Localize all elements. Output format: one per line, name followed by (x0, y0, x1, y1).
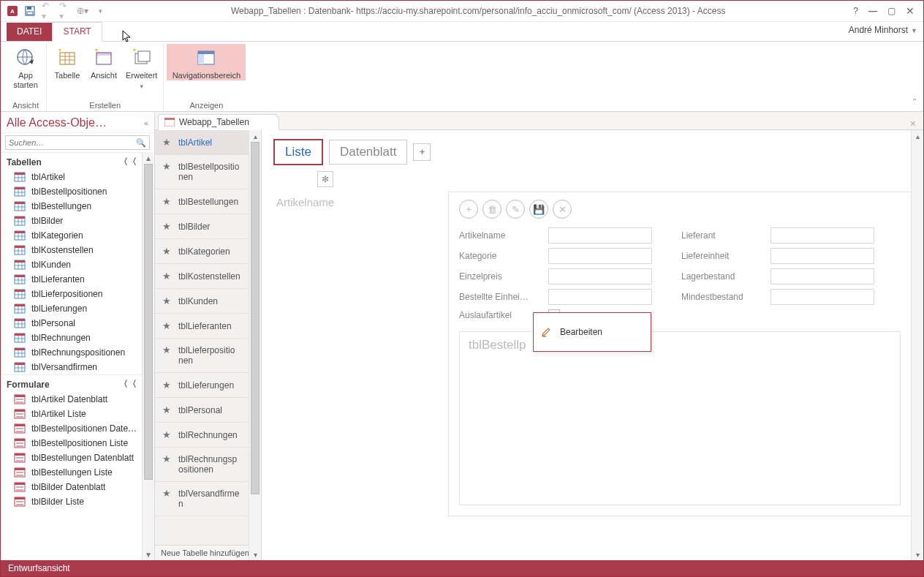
field-input[interactable] (770, 248, 874, 264)
app-starten-button[interactable]: App starten (8, 44, 43, 90)
scroll-up-icon[interactable]: ▲ (143, 152, 154, 164)
field-input[interactable] (548, 289, 652, 305)
field-input[interactable] (770, 289, 874, 305)
search-icon[interactable]: 🔍 (133, 138, 149, 148)
nav-table-item[interactable]: tblArtikel (1, 170, 143, 184)
nav-form-item[interactable]: tblBestellpositionen Liste (1, 436, 143, 450)
table-selector-item[interactable]: ★tblLieferungen (155, 373, 249, 398)
scroll-up-icon[interactable]: ▴ (249, 130, 261, 142)
editor-scrollbar[interactable]: ▴ ▾ (911, 130, 923, 560)
field-input[interactable] (770, 268, 874, 284)
ribbon-collapse-icon[interactable]: ˆ (913, 98, 916, 108)
nav-table-item[interactable]: tblKunden (1, 257, 143, 272)
tabelle-button[interactable]: Tabelle (50, 44, 85, 80)
collapse-group-icon[interactable]: 〈〈 (119, 378, 137, 391)
scroll-thumb[interactable] (144, 164, 153, 480)
view-settings-button[interactable]: ✻ (317, 171, 333, 187)
globe-refresh-icon[interactable]: ▾ (77, 5, 88, 17)
table-selector-item[interactable]: ★tblBilder (155, 214, 249, 239)
scroll-down-icon[interactable]: ▾ (912, 548, 923, 560)
table-selector-item[interactable]: ★tblPersonal (155, 398, 249, 423)
nav-form-item[interactable]: tblBilder Datenblatt (1, 480, 143, 494)
context-bearbeiten[interactable]: Bearbeiten (541, 326, 643, 338)
start-tab[interactable]: START (52, 22, 102, 42)
record-edit-button[interactable]: ✎ (506, 200, 525, 219)
navigationsbereich-button[interactable]: Navigationsbereich (167, 44, 246, 80)
table-selector-item[interactable]: ★tblBestellpositionen (155, 155, 249, 189)
collapse-group-icon[interactable]: 〈〈 (119, 156, 137, 168)
nav-form-item[interactable]: tblBilder Liste (1, 494, 143, 509)
table-selector-item[interactable]: ★tblKostenstellen (155, 264, 249, 289)
user-name[interactable]: André Minhorst▼ (849, 25, 917, 35)
record-cancel-button[interactable]: ✕ (553, 200, 572, 219)
table-selector-item[interactable]: ★tblLieferanten (155, 314, 249, 339)
help-icon[interactable]: ? (853, 6, 858, 16)
window-title: Webapp_Tabellen : Datenbank- https://acc… (112, 6, 844, 16)
table-selector-item[interactable]: ★tblRechnungen (155, 423, 249, 448)
nav-title[interactable]: Alle Access-Obje…« (1, 112, 154, 133)
ansicht-button[interactable]: Ansicht (86, 44, 121, 80)
qat-customize-icon[interactable]: ▾ (94, 5, 106, 17)
nav-table-item[interactable]: tblLieferanten (1, 272, 143, 287)
save-icon[interactable] (24, 5, 36, 17)
nav-table-item[interactable]: tblKategorien (1, 228, 143, 243)
field-input[interactable] (548, 268, 652, 284)
nav-scrollbar[interactable]: ▲ ▼ (142, 152, 154, 560)
field-input[interactable] (770, 227, 874, 244)
maximize-icon[interactable]: ▢ (887, 6, 895, 16)
field-input[interactable] (548, 248, 652, 264)
undo-icon[interactable]: ↶ ▾ (42, 5, 53, 17)
nav-table-item[interactable]: tblLieferungen (1, 301, 143, 316)
nav-table-item[interactable]: tblBestellungen (1, 199, 143, 214)
field-input[interactable] (548, 227, 652, 244)
record-add-button[interactable]: ＋ (459, 200, 478, 219)
record-save-button[interactable]: 💾 (529, 200, 548, 219)
tlist-scrollbar[interactable]: ▴ ▾ (249, 130, 261, 560)
table-selector-item[interactable]: ★tblRechnungspositionen (155, 448, 249, 482)
nav-table-item[interactable]: tblPersonal (1, 316, 143, 331)
doc-tab-webapp[interactable]: Webapp_Tabellen (158, 114, 279, 130)
context-menu: Bearbeiten (533, 312, 651, 352)
nav-form-item[interactable]: tblArtikel Liste (1, 407, 143, 421)
redo-icon[interactable]: ↷ ▾ (59, 5, 71, 17)
add-view-button[interactable]: + (413, 143, 431, 161)
nav-group-formulare[interactable]: Formulare〈〈 (1, 374, 143, 392)
scroll-down-icon[interactable]: ▾ (249, 548, 261, 560)
nav-search[interactable]: 🔍 (5, 135, 150, 150)
view-tab-liste[interactable]: Liste (273, 139, 323, 165)
file-tab[interactable]: DATEI (7, 23, 52, 41)
nav-table-item[interactable]: tblBilder (1, 214, 143, 228)
table-selector-item[interactable]: ★tblBestellungen (155, 189, 249, 214)
add-table-button[interactable]: Neue Tabelle hinzufügen (155, 545, 261, 560)
navigation-pane: Alle Access-Obje…« 🔍 Tabellen〈〈tblArtike… (1, 112, 155, 560)
scroll-down-icon[interactable]: ▼ (143, 548, 154, 560)
nav-collapse-icon[interactable]: « (144, 118, 148, 127)
nav-form-item[interactable]: tblArtikel Datenblatt (1, 392, 143, 407)
scroll-up-icon[interactable]: ▴ (912, 130, 923, 142)
close-icon[interactable]: ✕ (906, 5, 914, 17)
table-selector-item[interactable]: ★tblKategorien (155, 239, 249, 264)
form-icon (14, 497, 26, 507)
record-delete-button[interactable]: 🗑 (482, 200, 501, 219)
nav-table-item[interactable]: tblBestellpositionen (1, 184, 143, 199)
view-tab-datenblatt[interactable]: Datenblatt (329, 140, 408, 165)
nav-group-tabellen[interactable]: Tabellen〈〈 (1, 152, 143, 170)
nav-form-item[interactable]: tblBestellungen Datenblatt (1, 450, 143, 465)
table-selector-item[interactable]: ★tblVersandfirmen (155, 482, 249, 516)
nav-table-item[interactable]: tblLieferpositionen (1, 287, 143, 301)
doc-tab-close-icon[interactable]: × (903, 118, 923, 129)
nav-form-item[interactable]: tblBestellpositionen Date… (1, 421, 143, 436)
nav-table-item[interactable]: tblRechnungspositionen (1, 345, 143, 360)
nav-table-item[interactable]: tblVersandfirmen (1, 360, 143, 374)
minimize-icon[interactable]: — (868, 6, 877, 16)
nav-table-item[interactable]: tblKostenstellen (1, 243, 143, 257)
scroll-thumb[interactable] (251, 142, 260, 494)
table-selector-item[interactable]: ★tblLieferpositionen (155, 339, 249, 373)
erweitert-button[interactable]: Erweitert ▼ (123, 44, 160, 91)
nav-table-item[interactable]: tblRechnungen (1, 331, 143, 345)
table-selector-item[interactable]: ★tblKunden (155, 289, 249, 314)
table-selector-item[interactable]: ★tblArtikel (155, 130, 249, 155)
svg-rect-67 (16, 486, 23, 488)
nav-form-item[interactable]: tblBestellungen Liste (1, 465, 143, 480)
search-input[interactable] (6, 138, 133, 147)
